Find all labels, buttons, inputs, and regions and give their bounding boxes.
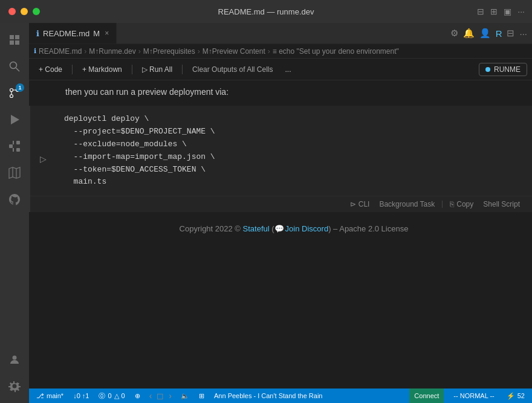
titlebar-icons: ⊟ ⊞ ▣ ···	[477, 7, 525, 16]
toolbar-more-button[interactable]: ...	[280, 63, 296, 76]
git-branch-item[interactable]: ⎇ main*	[34, 388, 66, 403]
toolbar: + Code + Markdown ▷ Run All Clear Output…	[29, 59, 532, 80]
tab-label: README.md	[43, 29, 89, 38]
copy-button[interactable]: ⎘ Copy	[447, 199, 476, 210]
toolbar-separator-1	[72, 65, 73, 74]
breadcrumb-runme[interactable]: M↑Runme.dev	[89, 47, 135, 56]
source-control-badge: 1	[16, 83, 24, 92]
stateful-link[interactable]: Stateful	[243, 224, 270, 233]
nav-stop-button[interactable]: ◻	[155, 391, 166, 401]
run-all-button[interactable]: ▷ Run All	[137, 63, 177, 76]
minimize-button[interactable]	[21, 8, 28, 15]
clear-outputs-button[interactable]: Clear Outputs of All Cells	[187, 63, 277, 76]
audio-icon: 🔈	[181, 392, 189, 400]
editor-scroll: then you can run a preview deployment vi…	[29, 80, 532, 388]
activity-github[interactable]	[2, 187, 27, 211]
line-col-item[interactable]: ⚡ 52	[504, 388, 527, 403]
more-tabs-icon[interactable]: ···	[519, 28, 527, 39]
cli-icon: ⊳	[350, 200, 356, 208]
code-line-1: deployctl deploy \	[64, 113, 522, 126]
cli-button[interactable]: ⊳ CLI	[348, 199, 372, 210]
activity-bar-bottom	[2, 347, 27, 403]
git-sync-item[interactable]: ↓0 ↑1	[71, 388, 91, 403]
code-line-3: --exclude=node_modules \	[64, 138, 522, 151]
discord-link[interactable]: Join Discord	[285, 224, 329, 233]
nav-prev-button[interactable]: ‹	[148, 391, 154, 401]
maximize-button[interactable]	[33, 8, 40, 15]
runme-label: RUNME	[494, 65, 521, 74]
breadcrumb: ℹ README.md › M↑Runme.dev › M↑Prerequisi…	[29, 44, 532, 59]
copy-label: Copy	[456, 200, 473, 208]
tab-modified: M	[93, 29, 100, 38]
audio-item[interactable]: 🔈	[178, 388, 192, 403]
runme-icon[interactable]: R	[496, 28, 502, 39]
add-markdown-button[interactable]: + Markdown	[77, 63, 127, 76]
copy-icon: ⎘	[450, 200, 454, 208]
nav-arrows: ‹ ◻ ›	[148, 391, 174, 401]
statusbar-left: ⎇ main* ↓0 ↑1 ⓪ 0 △ 0 ⊕ ‹ ◻	[34, 388, 325, 403]
layout-icon[interactable]: ⊟	[477, 7, 484, 16]
breadcrumb-preview[interactable]: M↑Preview Content	[203, 47, 265, 56]
activity-extensions[interactable]	[2, 134, 27, 158]
activity-search[interactable]	[2, 54, 27, 79]
grid-item[interactable]: ⊞	[196, 388, 207, 403]
statusbar-right: Connect -- NORMAL -- ⚡ 52	[409, 388, 527, 403]
nav-next-button[interactable]: ›	[167, 391, 174, 401]
warning-icon: △	[114, 392, 119, 400]
svg-rect-8	[16, 148, 20, 152]
traffic-lights	[8, 8, 40, 15]
connect-button[interactable]: Connect	[409, 388, 444, 403]
vim-mode-label: -- NORMAL --	[453, 392, 494, 399]
panel-icon[interactable]: ▣	[504, 7, 511, 16]
error-count: 0	[108, 392, 111, 399]
activity-run[interactable]	[2, 108, 27, 132]
breadcrumb-prereq[interactable]: M↑Prerequisites	[143, 47, 195, 56]
git-branch-icon: ⎇	[36, 392, 44, 400]
tab-close-button[interactable]: ×	[105, 29, 109, 37]
split-icon[interactable]: ⊞	[490, 7, 498, 16]
more-titlebar-icon[interactable]: ···	[517, 7, 525, 16]
errors-item[interactable]: ⓪ 0 △ 0	[96, 388, 127, 403]
shell-script-button[interactable]: Shell Script	[481, 199, 522, 210]
code-cell: ▷ deployctl deploy \ --project=$DENO_PRO…	[29, 106, 532, 212]
breadcrumb-echo[interactable]: ≡ echo "Set up your deno environment"	[273, 47, 399, 56]
split-editor-icon[interactable]: ⊟	[507, 28, 514, 39]
tab-info-icon: ℹ	[36, 29, 39, 38]
add-code-button[interactable]: + Code	[34, 63, 67, 76]
settings-icon[interactable]: ⚙	[450, 28, 458, 39]
bell-icon[interactable]: 🔔	[463, 28, 475, 39]
svg-line-1	[16, 68, 20, 72]
code-content: deployctl deploy \ --project=$DENO_PROJE…	[30, 106, 532, 196]
svg-point-4	[10, 95, 13, 98]
account-icon[interactable]: 👤	[479, 28, 491, 39]
activity-settings[interactable]	[2, 374, 27, 398]
tab-readme[interactable]: ℹ README.md M ×	[29, 23, 117, 44]
error-icon: ⓪	[99, 392, 105, 401]
breadcrumb-readme[interactable]: README.md	[39, 47, 82, 56]
cell-toolbar: ⊳ CLI Background Task ⎘ Copy Shell Scri	[30, 196, 532, 212]
svg-point-14	[13, 356, 17, 360]
toolbar-separator-2	[132, 65, 132, 74]
statusbar: ⎇ main* ↓0 ↑1 ⓪ 0 △ 0 ⊕ ‹ ◻	[29, 388, 532, 403]
copyright-text-after: – Apache 2.0 License	[333, 224, 408, 233]
svg-rect-7	[16, 141, 20, 144]
svg-point-0	[10, 62, 17, 69]
song-item[interactable]: Ann Peebles - I Can't Stand the Rain	[212, 388, 325, 403]
tab-bar: ℹ README.md M × ⚙ 🔔 👤 R ⊟ ···	[29, 23, 532, 44]
close-button[interactable]	[8, 8, 16, 15]
activity-explorer[interactable]	[2, 28, 27, 52]
svg-marker-5	[11, 115, 19, 124]
runme-button[interactable]: RUNME	[479, 63, 527, 76]
activity-bar: 1	[0, 23, 29, 403]
format-item[interactable]: ⊕	[132, 388, 143, 403]
activity-source-control[interactable]: 1	[2, 81, 27, 105]
editor-content[interactable]: then you can run a preview deployment vi…	[29, 80, 532, 388]
background-task-button[interactable]: Background Task	[377, 199, 437, 210]
svg-rect-9	[13, 148, 14, 152]
svg-marker-11	[9, 167, 20, 178]
activity-map[interactable]	[2, 161, 27, 185]
lightning-icon: ⚡	[507, 392, 515, 400]
run-cell-button[interactable]: ▷	[40, 154, 47, 164]
background-task-label: Background Task	[379, 200, 435, 208]
activity-account[interactable]	[2, 347, 27, 372]
